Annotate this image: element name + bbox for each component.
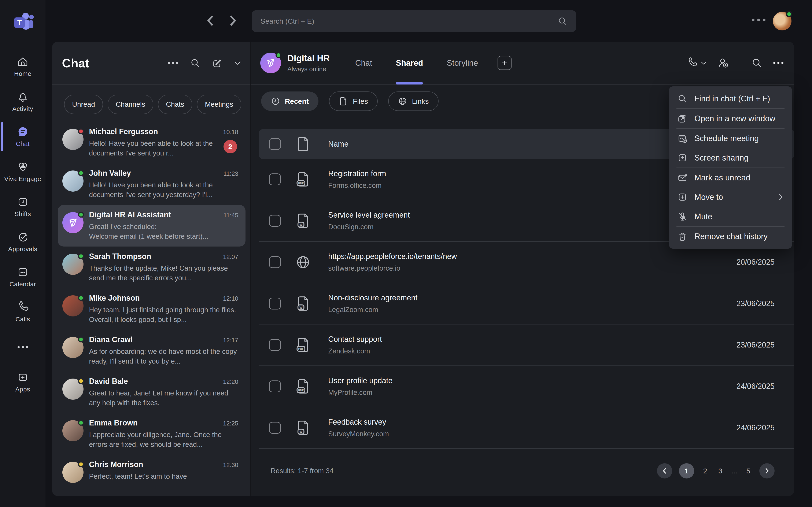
tron-logo-icon: [265, 58, 276, 68]
table-row[interactable]: PDF Contact supportZendesk.com 23/06/202…: [259, 325, 794, 366]
call-button[interactable]: [687, 57, 707, 68]
menu-item-screen-sharing[interactable]: Screen sharing: [669, 148, 792, 168]
chevron-left-icon: [662, 468, 667, 474]
table-row[interactable]: W Feedback surveySurveyMonkey.com 24/06/…: [259, 407, 794, 449]
chat-list-item-selected[interactable]: Digital HR AI Assistant11:45 Great! I've…: [58, 205, 246, 246]
add-people-button[interactable]: [718, 57, 729, 68]
chat-list-item[interactable]: Sarah Thompson12:07 Thanks for the updat…: [58, 246, 246, 288]
search-icon: [190, 58, 200, 68]
more-dots-icon: [773, 62, 783, 64]
active-tab-underline: [396, 82, 423, 84]
new-chat-button[interactable]: [212, 58, 222, 68]
filter-links[interactable]: Links: [388, 92, 438, 111]
find-in-chat-button[interactable]: [751, 57, 762, 68]
prev-page-button[interactable]: [657, 463, 672, 478]
page-3[interactable]: 3: [716, 467, 725, 475]
avatar: [62, 337, 84, 358]
rail-item-more[interactable]: [0, 330, 45, 364]
chat-list-item[interactable]: John Valley11:23 Hello! Have you been ab…: [58, 163, 246, 205]
page-title: Chat: [62, 56, 168, 70]
conversation-more-button[interactable]: [773, 62, 783, 64]
rail-item-apps[interactable]: Apps: [0, 364, 45, 400]
row-checkbox[interactable]: [269, 173, 281, 185]
search-input[interactable]: [260, 17, 558, 25]
status-dot: [78, 337, 84, 342]
select-all-checkbox[interactable]: [269, 138, 281, 150]
filter-label: Links: [412, 97, 428, 105]
row-checkbox[interactable]: [269, 339, 281, 351]
rail-items: Home Activity Chat Viva Engage Shift: [0, 49, 45, 400]
filter-files[interactable]: Files: [329, 92, 378, 111]
chat-time: 12:25: [223, 420, 238, 427]
chat-list-item[interactable]: Michael Fergusson10:18 Hello! Have you b…: [58, 122, 246, 163]
add-tab-button[interactable]: [498, 56, 511, 70]
chat-list-item[interactable]: Emma Brown12:25 I appreciate your dilige…: [58, 413, 246, 455]
chat-expand-button[interactable]: [234, 60, 241, 65]
filter-recent[interactable]: Recent: [261, 92, 318, 111]
status-dot: [78, 295, 84, 301]
chat-list-item[interactable]: David Bale12:20 Great to hear, Jane! Let…: [58, 372, 246, 413]
rail-item-calls[interactable]: Calls: [0, 294, 45, 330]
avatar: [62, 420, 84, 441]
rail-item-viva-engage[interactable]: Viva Engage: [0, 154, 45, 189]
rail-label: Approvals: [8, 245, 38, 252]
row-checkbox[interactable]: [269, 298, 281, 309]
page-5[interactable]: 5: [744, 467, 753, 475]
row-checkbox[interactable]: [269, 256, 281, 268]
rail-item-activity[interactable]: Activity: [0, 84, 45, 119]
menu-item-find-in-chat[interactable]: Find in chat (Ctrl + F): [669, 89, 792, 108]
row-checkbox[interactable]: [269, 381, 281, 392]
global-search[interactable]: [252, 10, 576, 32]
chip-meetings[interactable]: Meetings: [197, 95, 241, 114]
chat-name: Diana Crawl: [89, 335, 219, 344]
chat-more-button[interactable]: [168, 62, 178, 64]
rail-item-chat[interactable]: Chat: [0, 119, 45, 154]
topbar-more-icon[interactable]: [752, 18, 765, 21]
file-source: MyProfile.com: [328, 389, 393, 397]
menu-item-open-new-window[interactable]: Open in a new window: [669, 109, 792, 128]
file-name: User profile update: [328, 376, 393, 385]
back-icon[interactable]: [206, 15, 215, 26]
chip-unread[interactable]: Unread: [64, 95, 103, 114]
table-row[interactable]: W Non-disclosure agreementLegalZoom.com …: [259, 283, 794, 325]
page-1[interactable]: 1: [679, 463, 694, 478]
chat-name: Chris Morrison: [89, 460, 219, 469]
user-avatar[interactable]: [773, 12, 792, 31]
conversation-actions: [687, 56, 783, 70]
menu-item-move-to[interactable]: Move to: [669, 187, 792, 207]
rail-item-approvals[interactable]: Approvals: [0, 224, 45, 260]
pager: 1 2 3 ... 5: [657, 463, 774, 478]
menu-label: Schedule meeting: [695, 134, 759, 143]
tab-chat[interactable]: Chat: [355, 42, 372, 84]
menu-item-schedule-meeting[interactable]: Schedule meeting: [669, 129, 792, 148]
chat-list-item[interactable]: Mike Johnson12:10 Hey team, I just finis…: [58, 288, 246, 330]
chip-channels[interactable]: Channels: [108, 95, 153, 114]
chat-search-button[interactable]: [190, 58, 200, 68]
chat-list-item[interactable]: Chris Morrison12:30 Perfect, team! Let's…: [58, 455, 246, 496]
chip-chats[interactable]: Chats: [158, 95, 192, 114]
teams-logo-icon[interactable]: T: [11, 11, 35, 32]
rail-item-calendar[interactable]: Calendar: [0, 260, 45, 294]
filter-label: Files: [353, 97, 368, 105]
rail-item-shifts[interactable]: Shifts: [0, 189, 45, 224]
row-checkbox[interactable]: [269, 422, 281, 434]
svg-text:W: W: [299, 223, 303, 226]
page-2[interactable]: 2: [701, 467, 709, 475]
row-checkbox[interactable]: [269, 215, 281, 227]
rail-item-home[interactable]: Home: [0, 49, 45, 84]
tab-shared[interactable]: Shared: [396, 42, 423, 84]
next-page-button[interactable]: [759, 463, 774, 478]
chat-name: Sarah Thompson: [89, 252, 219, 261]
chat-preview: I appreciate your diligence, Jane. Once …: [89, 430, 238, 449]
chat-preview: Great to hear, Jane! Let me know if you …: [89, 388, 238, 408]
chat-list-item[interactable]: Diana Crawl12:17 As for onboarding: we d…: [58, 330, 246, 372]
digital-hr-avatar[interactable]: [260, 53, 281, 73]
chat-time: 12:17: [223, 337, 238, 344]
menu-item-mute[interactable]: Mute: [669, 207, 792, 226]
status-dot: [78, 420, 84, 426]
menu-item-mark-as-unread[interactable]: Mark as unread: [669, 168, 792, 187]
menu-item-remove-chat-history[interactable]: Remove chat history: [669, 227, 792, 246]
tab-storyline[interactable]: Storyline: [447, 42, 478, 84]
forward-icon[interactable]: [229, 15, 237, 26]
table-row[interactable]: PDF User profile updateMyProfile.com 24/…: [259, 366, 794, 407]
